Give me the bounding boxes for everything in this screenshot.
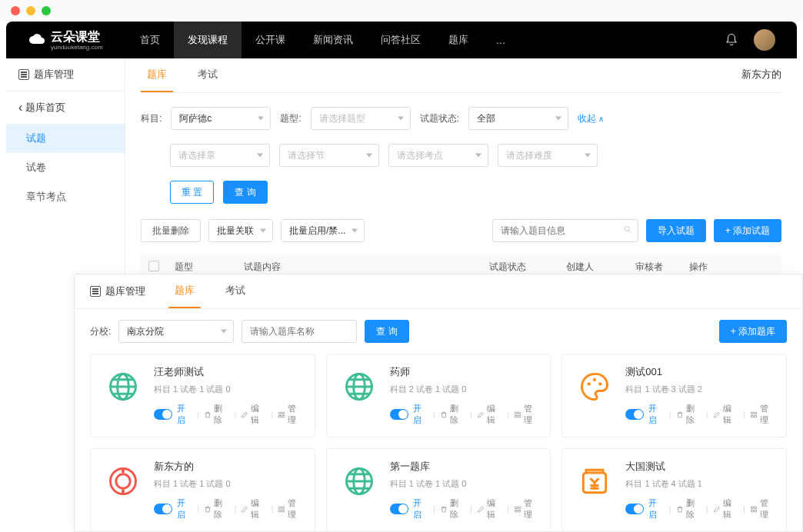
import-button[interactable]: 导入试题	[646, 219, 706, 242]
card-manage[interactable]: 管理	[750, 403, 775, 426]
branch-label: 分校:	[90, 325, 111, 338]
card-title: 大国测试	[625, 460, 775, 474]
svg-rect-6	[282, 415, 285, 417]
tab-1[interactable]: 考试	[192, 58, 224, 92]
branch-select[interactable]: 南京分院	[118, 320, 234, 343]
card-edit[interactable]: 编辑	[713, 497, 738, 520]
point-select[interactable]: 请选择考点	[388, 144, 488, 167]
card-edit[interactable]: 编辑	[713, 403, 738, 426]
svg-point-13	[588, 382, 591, 385]
close-dot[interactable]	[11, 6, 20, 15]
w2-search-button[interactable]: 查 询	[365, 320, 408, 343]
toggle-on[interactable]	[625, 409, 644, 420]
card-delete[interactable]: 删除	[440, 403, 465, 426]
bank-card: 汪老师测试科目 1 试卷 1 试题 0开启|删除|编辑|管理	[90, 354, 315, 437]
bulk-delete-button[interactable]: 批量删除	[141, 219, 201, 242]
w2-tab-0[interactable]: 题库	[168, 274, 201, 308]
search-icon[interactable]	[623, 225, 632, 237]
card-manage[interactable]: 管理	[278, 403, 303, 426]
card-delete[interactable]: 删除	[204, 497, 229, 520]
bulk-relate-select[interactable]: 批量关联	[208, 219, 273, 242]
card-manage[interactable]: 管理	[750, 497, 775, 520]
card-edit[interactable]: 编辑	[477, 403, 502, 426]
card-meta: 科目 1 试卷 4 试题 1	[625, 478, 775, 490]
card-delete[interactable]: 删除	[676, 497, 701, 520]
toggle-label: 开启	[177, 497, 192, 520]
svg-rect-27	[282, 510, 285, 512]
svg-point-15	[598, 382, 601, 385]
card-edit[interactable]: 编辑	[241, 497, 266, 520]
zoom-dot[interactable]	[42, 6, 51, 15]
toggle-on[interactable]	[625, 504, 644, 514]
toggle-on[interactable]	[390, 409, 408, 420]
toggle-on[interactable]	[154, 504, 172, 514]
difficulty-select[interactable]: 请选择难度	[498, 144, 598, 167]
bank-name-input[interactable]	[242, 320, 357, 343]
th-ops: 操作	[689, 261, 781, 274]
card-delete[interactable]: 删除	[676, 403, 701, 426]
search-input[interactable]	[492, 219, 638, 242]
bank-card: 第一题库科目 1 试卷 1 试题 0开启|删除|编辑|管理	[326, 448, 551, 531]
card-title: 第一题库	[390, 460, 540, 474]
minimize-dot[interactable]	[26, 6, 35, 15]
reset-button[interactable]: 重 置	[170, 181, 214, 204]
tab-0[interactable]: 题库	[141, 58, 173, 92]
bank-card: 新东方的科目 1 试卷 1 试题 0开启|删除|编辑|管理	[90, 448, 315, 531]
logo[interactable]: 云朵课堂 yunduoketang.com	[28, 29, 103, 51]
th-reviewer: 审核者	[635, 261, 689, 274]
card-manage[interactable]: 管理	[514, 403, 539, 426]
section-select[interactable]: 请选择节	[279, 144, 379, 167]
search-button[interactable]: 查 询	[223, 181, 267, 204]
nav-item-2[interactable]: 公开课	[242, 22, 299, 58]
card-delete[interactable]: 删除	[204, 403, 229, 426]
card-title: 药师	[390, 365, 540, 379]
card-icon	[573, 365, 616, 408]
w2-tab-1[interactable]: 考试	[219, 274, 252, 308]
svg-rect-16	[751, 412, 753, 414]
subject-select[interactable]: 阿萨德c	[171, 107, 271, 130]
sidebar-item-2[interactable]: 章节考点	[6, 182, 125, 211]
nav-item-5[interactable]: 题库	[435, 22, 482, 58]
add-bank-button[interactable]: + 添加题库	[719, 320, 787, 343]
toggle-label: 开启	[648, 403, 664, 426]
nav-item-3[interactable]: 新闻资讯	[299, 22, 367, 58]
svg-rect-38	[755, 510, 757, 512]
nav-item-1[interactable]: 发现课程	[174, 22, 242, 58]
card-edit[interactable]: 编辑	[477, 497, 502, 520]
toggle-on[interactable]	[390, 504, 408, 514]
bulk-enable-select[interactable]: 批量启用/禁...	[281, 219, 365, 242]
toggle-on[interactable]	[154, 409, 172, 420]
card-manage[interactable]: 管理	[278, 497, 303, 520]
sidebar-item-0[interactable]: 试题	[6, 124, 125, 153]
type-select[interactable]: 请选择题型	[311, 107, 411, 130]
svg-rect-37	[751, 510, 753, 512]
card-meta: 科目 2 试卷 1 试题 0	[390, 384, 540, 395]
status-select[interactable]: 全部	[468, 107, 568, 130]
svg-rect-33	[518, 510, 521, 512]
toggle-label: 开启	[413, 403, 428, 426]
nav-item-6[interactable]: …	[482, 22, 521, 58]
add-question-button[interactable]: + 添加试题	[714, 219, 781, 242]
svg-rect-24	[279, 507, 282, 509]
card-edit[interactable]: 编辑	[241, 403, 266, 426]
sidebar-back[interactable]: 题库首页	[6, 91, 125, 124]
card-title: 汪老师测试	[154, 365, 304, 379]
select-all-checkbox[interactable]	[148, 261, 159, 271]
card-meta: 科目 1 试卷 1 试题 0	[154, 384, 304, 395]
chapter-select[interactable]: 请选择章	[170, 144, 270, 167]
bell-icon[interactable]	[725, 33, 738, 47]
nav-item-4[interactable]: 问答社区	[367, 22, 435, 58]
svg-rect-17	[755, 412, 757, 414]
card-manage[interactable]: 管理	[514, 497, 539, 520]
card-icon	[102, 460, 145, 503]
logo-sub: yunduoketang.com	[51, 44, 103, 51]
card-icon	[102, 365, 145, 408]
bank-card: 大国测试科目 1 试卷 4 试题 1开启|删除|编辑|管理	[561, 448, 787, 531]
avatar[interactable]	[754, 29, 775, 51]
nav-item-0[interactable]: 首页	[126, 22, 174, 58]
collapse-link[interactable]: 收起	[578, 112, 604, 125]
svg-rect-9	[515, 412, 518, 414]
sidebar-item-1[interactable]: 试卷	[6, 153, 125, 182]
logo-text: 云朵课堂	[51, 30, 100, 43]
card-delete[interactable]: 删除	[440, 497, 465, 520]
